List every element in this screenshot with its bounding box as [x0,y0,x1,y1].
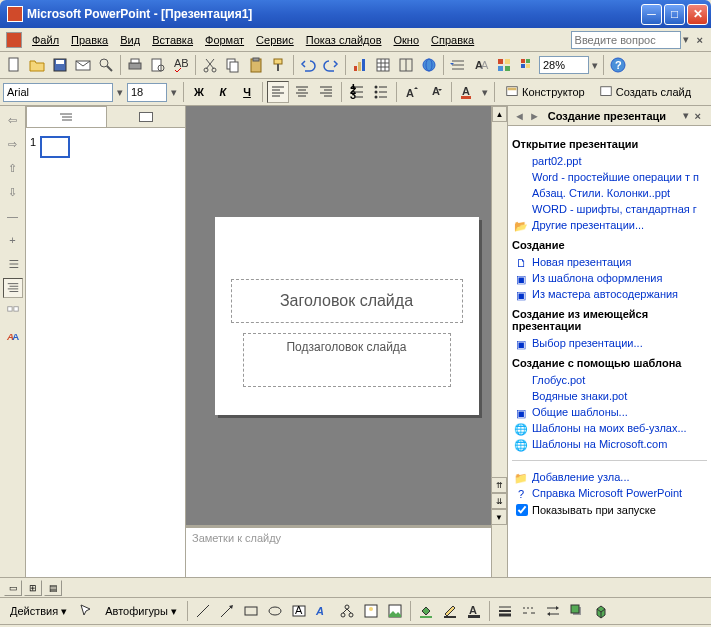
summary-slide-button[interactable] [3,302,23,322]
insert-diagram-button[interactable] [336,600,358,622]
3d-style-button[interactable] [590,600,612,622]
link-new-presentation[interactable]: 🗋Новая презентация [512,254,707,270]
link-web-templates[interactable]: 🌐Шаблоны на моих веб-узлах... [512,420,707,436]
align-left-button[interactable] [267,81,289,103]
notes-pane[interactable]: Заметки к слайду [186,525,507,577]
link-ms-templates[interactable]: 🌐Шаблоны на Microsoft.com [512,436,707,452]
print-preview-button[interactable] [147,54,169,76]
line-tool-button[interactable] [192,600,214,622]
search-button[interactable] [95,54,117,76]
show-grid-button[interactable] [493,54,515,76]
startup-checkbox-input[interactable] [516,504,528,516]
link-add-network-place[interactable]: 📁Добавление узла... [512,469,707,485]
slideshow-view-button[interactable]: ▤ [44,580,62,596]
slide-subtitle-placeholder[interactable]: Подзаголовок слайда [243,333,451,387]
oval-tool-button[interactable] [264,600,286,622]
bullets-button[interactable] [370,81,392,103]
close-button[interactable]: ✕ [687,4,708,25]
decrease-font-button[interactable]: A [425,81,447,103]
textbox-tool-button[interactable]: A [288,600,310,622]
autoshapes-menu[interactable]: Автофигуры ▾ [99,603,183,620]
insert-table-button[interactable] [372,54,394,76]
show-at-startup-checkbox[interactable]: Показывать при запуске [512,501,707,519]
link-recent2[interactable]: Word - простейшие операции т п [512,169,707,185]
link-more-presentations[interactable]: 📂Другие презентации... [512,217,707,233]
slide-design-button[interactable]: Конструктор [499,83,591,101]
paste-button[interactable] [245,54,267,76]
menu-tools[interactable]: Сервис [250,32,300,48]
copy-button[interactable] [222,54,244,76]
link-recent4[interactable]: WORD - шрифты, стандартная г [512,201,707,217]
menu-help[interactable]: Справка [425,32,480,48]
help-dropdown-icon[interactable]: ▾ [681,33,691,46]
tables-borders-button[interactable] [395,54,417,76]
zoom-dropdown-icon[interactable]: ▾ [590,59,600,72]
link-choose-presentation[interactable]: ▣Выбор презентации... [512,335,707,351]
prev-slide-button[interactable]: ⇈ [491,477,507,493]
menu-slideshow[interactable]: Показ слайдов [300,32,388,48]
insert-picture-button[interactable] [384,600,406,622]
font-color-draw-button[interactable]: A [463,600,485,622]
normal-view-button[interactable]: ▭ [4,580,22,596]
expand-all-button-side[interactable] [3,278,23,298]
link-powerpoint-help[interactable]: ?Справка Microsoft PowerPoint [512,485,707,501]
align-right-button[interactable] [315,81,337,103]
insert-hyperlink-button[interactable] [418,54,440,76]
draw-actions-menu[interactable]: Действия ▾ [4,603,73,620]
align-center-button[interactable] [291,81,313,103]
expand-all-button[interactable] [447,54,469,76]
collapse-all-button[interactable] [3,254,23,274]
move-up-button[interactable]: ⇧ [3,158,23,178]
next-slide-button[interactable]: ⇊ [491,493,507,509]
link-from-autocontent[interactable]: ▣Из мастера автосодержания [512,286,707,302]
redo-button[interactable] [320,54,342,76]
insert-clipart-button[interactable] [360,600,382,622]
maximize-button[interactable]: □ [664,4,685,25]
size-dropdown-icon[interactable]: ▾ [169,86,179,99]
slides-tab[interactable] [107,106,186,127]
menu-edit[interactable]: Правка [65,32,114,48]
font-select[interactable] [3,83,113,102]
link-from-design-template[interactable]: ▣Из шаблона оформления [512,270,707,286]
rectangle-tool-button[interactable] [240,600,262,622]
increase-font-button[interactable]: A [401,81,423,103]
print-button[interactable] [124,54,146,76]
menu-file[interactable]: Файл [26,32,65,48]
bold-button[interactable]: Ж [188,81,210,103]
font-dropdown-icon[interactable]: ▾ [115,86,125,99]
arrow-tool-button[interactable] [216,600,238,622]
select-objects-button[interactable] [75,600,97,622]
color-button[interactable] [516,54,538,76]
open-button[interactable] [26,54,48,76]
doc-close-button[interactable]: × [691,34,709,46]
zoom-input[interactable] [539,56,589,74]
menu-view[interactable]: Вид [114,32,146,48]
arrow-style-button[interactable] [542,600,564,622]
menu-window[interactable]: Окно [388,32,426,48]
help-button[interactable]: ? [607,54,629,76]
slide-sorter-button[interactable]: ⊞ [24,580,42,596]
menu-app-icon[interactable] [6,32,22,48]
link-recent1[interactable]: part02.ppt [512,153,707,169]
email-button[interactable] [72,54,94,76]
slide-thumbnail-1[interactable]: 1 [30,136,181,158]
taskpane-close-button[interactable]: × [689,110,707,122]
help-search-input[interactable] [571,31,681,49]
slide[interactable]: Заголовок слайда Подзаголовок слайда [215,217,479,415]
menu-format[interactable]: Формат [199,32,250,48]
format-painter-button[interactable] [268,54,290,76]
font-color-button[interactable]: A [456,81,478,103]
outline-tab[interactable] [26,106,107,127]
line-color-button[interactable] [439,600,461,622]
slide-title-placeholder[interactable]: Заголовок слайда [231,279,463,323]
dash-style-button[interactable] [518,600,540,622]
fill-color-button[interactable] [415,600,437,622]
numbering-button[interactable]: 123 [346,81,368,103]
italic-button[interactable]: К [212,81,234,103]
shadow-style-button[interactable] [566,600,588,622]
demote-button[interactable]: ⇨ [3,134,23,154]
new-slide-button[interactable]: Создать слайд [593,83,697,101]
promote-button[interactable]: ⇦ [3,110,23,130]
link-recent3[interactable]: Абзац. Стили. Колонки..ppt [512,185,707,201]
show-formatting-button[interactable]: AA [470,54,492,76]
